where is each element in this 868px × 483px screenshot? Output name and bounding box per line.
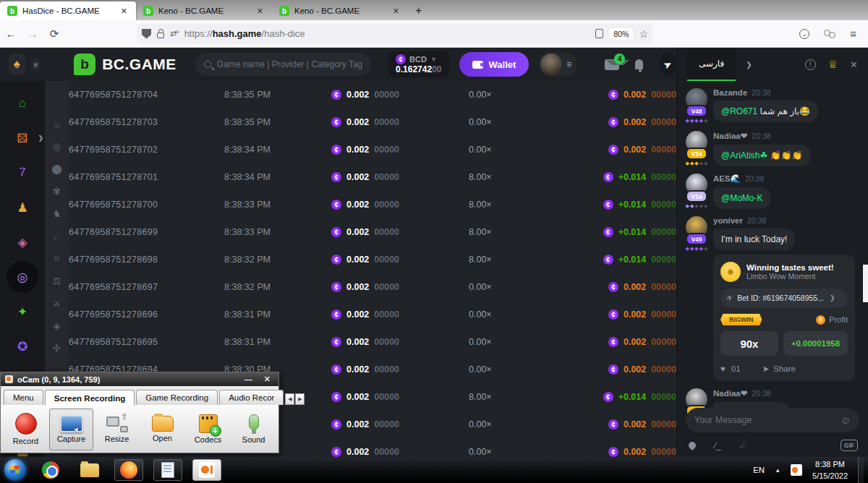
ocam-tab[interactable]: Screen Recording (45, 390, 135, 406)
back-button[interactable]: ← (0, 27, 22, 40)
firefox-app[interactable] (114, 459, 143, 481)
gif-icon[interactable]: GIF (841, 440, 858, 451)
bet-id-pill[interactable]: ✈Bet ID: #619674058955...❯ (720, 288, 848, 307)
submenu-item[interactable]: ☄ (45, 225, 69, 247)
show-desktop-button[interactable] (858, 457, 864, 483)
message-input[interactable] (694, 415, 841, 425)
chat-input[interactable]: ☺ (686, 408, 859, 432)
menu-hamburger-icon[interactable]: ≡ (850, 27, 856, 40)
table-row[interactable]: 647769587512787018:38:34 PM¢0.002000008.… (69, 163, 676, 191)
taskbar-clock[interactable]: 8:38 PM 5/15/2022 (812, 458, 848, 482)
user-menu[interactable]: ≡ (539, 52, 577, 77)
inbox-button[interactable]: 4 (605, 59, 619, 70)
table-row[interactable]: 647769587512786958:38:31 PM¢0.002000000.… (69, 328, 676, 356)
chat-username[interactable]: AES🌊20:38 (713, 174, 859, 184)
table-row[interactable]: 647769587512787038:38:35 PM¢0.002000000.… (69, 108, 676, 136)
table-row[interactable]: 647769587512786988:38:32 PM¢0.002000008.… (69, 246, 676, 273)
spade-logo-icon[interactable]: ♠ (9, 54, 25, 75)
table-row[interactable]: 647769587512787008:38:33 PM¢0.002000008.… (69, 191, 676, 218)
rain-icon[interactable] (687, 440, 697, 450)
submenu-item[interactable]: ✣ (45, 337, 69, 359)
submenu-item[interactable]: ⚖ (45, 270, 69, 292)
tracking-shield-icon[interactable] (142, 29, 151, 39)
table-row[interactable]: 647769587512787048:38:35 PM¢0.002000000.… (69, 81, 676, 108)
chat-username[interactable]: Nadiaa❤20:38 (713, 131, 859, 141)
zoom-level-badge[interactable]: 80% (609, 28, 633, 40)
scroll-right-icon[interactable]: ▶ (295, 393, 305, 405)
ocam-titlebar[interactable]: oCam (0, 9, 1364, 759) — ✕ (1, 372, 278, 386)
ocam-app[interactable] (192, 459, 221, 481)
sidebar-item-dots-wreath-icon[interactable]: ✪ (0, 334, 45, 359)
page-scrollbar-thumb[interactable] (863, 265, 868, 302)
user-mention[interactable]: @MoMo-K (721, 193, 763, 203)
close-button[interactable]: ✕ (260, 375, 274, 384)
start-button[interactable] (4, 459, 26, 481)
extensions-icon[interactable] (824, 30, 835, 38)
avatar[interactable] (540, 54, 562, 75)
user-mention[interactable]: @RO671 (721, 106, 757, 116)
ocam-tab[interactable]: Game Recording (136, 390, 218, 405)
info-icon[interactable]: ! (805, 59, 816, 70)
minimize-button[interactable]: — (241, 375, 256, 384)
ocam-capture-button[interactable]: Capture (49, 409, 93, 450)
chat-language-tab[interactable]: فارسی (687, 48, 736, 81)
ocam-tray-icon[interactable] (791, 464, 802, 476)
like-icon[interactable]: ♥ (720, 364, 726, 373)
search-input[interactable] (217, 59, 362, 69)
table-row[interactable]: 647769587512787028:38:34 PM¢0.002000000.… (69, 136, 676, 163)
win-share-card[interactable]: ✸Winning tastes sweet!Limbo Wow Moment✈B… (713, 255, 855, 381)
sidebar-item-dart-target-icon[interactable]: ◎ (0, 265, 45, 289)
close-icon[interactable]: ✕ (850, 59, 858, 70)
submenu-item[interactable]: ◎ (45, 135, 69, 158)
ocam-open-button[interactable]: Open (140, 409, 184, 450)
tab-close-icon[interactable]: ✕ (255, 7, 265, 16)
sidebar-item-ticket-icon[interactable]: ✦ (0, 299, 45, 324)
currency-selector[interactable]: ¢ BCD ▼ 0.16274200 (388, 51, 448, 77)
emoji-icon[interactable]: ☺ (841, 414, 851, 426)
wallet-button[interactable]: Wallet (459, 52, 529, 77)
table-row[interactable]: 647769587512786998:38:33 PM¢0.002000008.… (69, 218, 676, 246)
bcgame-logo[interactable]: BC.GAME (74, 54, 176, 75)
bookmark-star-icon[interactable]: ☆ (639, 28, 648, 40)
new-tab-button[interactable]: + (408, 4, 429, 20)
url-bar[interactable]: ⇄° https://hash.game/hash-dice 80% ☆ (137, 24, 652, 44)
explorer-app[interactable] (75, 459, 104, 481)
url-text[interactable]: https://hash.game/hash-dice (184, 28, 590, 39)
submenu-item[interactable]: ⌗ (45, 247, 69, 270)
share-button[interactable]: ➤Share (762, 364, 796, 374)
chat-username[interactable]: Bazande20:38 (713, 88, 859, 97)
tab-close-icon[interactable]: ✕ (391, 7, 401, 16)
reload-button[interactable]: ⟳ (43, 27, 65, 40)
chevron-right-icon[interactable]: ❯ (746, 61, 752, 69)
sidebar-item-live-dealer-icon[interactable]: ♟ (0, 195, 45, 220)
trophy-icon[interactable]: ♕ (828, 58, 838, 71)
scroll-left-icon[interactable]: ◀ (285, 393, 294, 405)
chat-username[interactable]: Nadiaa❤20:38 (713, 388, 859, 398)
chrome-app[interactable] (36, 459, 65, 481)
language-indicator[interactable]: EN (753, 466, 765, 474)
ocam-tab[interactable]: Menu (4, 390, 43, 405)
table-row[interactable]: 647769587512786968:38:31 PM¢0.002000000.… (69, 301, 676, 328)
browser-tab[interactable]: bKeno - BC.GAME✕ (272, 1, 408, 20)
table-row[interactable]: 647769587512786978:38:32 PM¢0.002000000.… (69, 273, 676, 301)
ocam-record-button[interactable]: Record (4, 409, 48, 450)
submenu-item[interactable]: ♨ (45, 113, 69, 135)
browser-tab[interactable]: bKeno - BC.GAME✕ (136, 1, 272, 20)
submenu-item[interactable]: ⬤ (45, 158, 69, 180)
chat-send-circle[interactable]: ➤ (659, 53, 676, 76)
tab-close-icon[interactable]: ✕ (119, 7, 129, 16)
ocam-sound-button[interactable]: Sound (231, 409, 276, 450)
forward-button[interactable]: → (22, 27, 43, 40)
sidebar-item-promo-tags-icon[interactable]: ◈ (0, 230, 45, 255)
ocam-codecs-button[interactable]: Codecs (186, 409, 230, 450)
submenu-item[interactable]: ◈ (45, 315, 69, 337)
lock-icon[interactable] (157, 33, 164, 38)
ocam-tab[interactable]: Audio Recor (219, 390, 284, 405)
browser-tab[interactable]: bHasDice - BC.GAME✕ (0, 1, 136, 20)
rocket-icon[interactable]: ☄ (740, 440, 748, 450)
ocam-resize-button[interactable]: Resize (95, 409, 139, 450)
bell-icon[interactable] (635, 59, 643, 69)
submenu-item[interactable]: ♞ (45, 202, 69, 225)
submenu-item[interactable]: ⚔ (45, 292, 69, 315)
sidebar-item-home-icon[interactable]: ⌂ (0, 91, 45, 116)
